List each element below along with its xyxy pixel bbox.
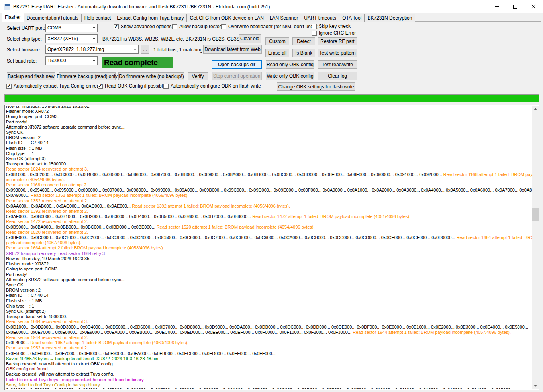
firmware-select[interactable]: OpenXR872_1.18.277.img (45, 45, 139, 54)
log-line: Flasher mode: XR872 (6, 109, 532, 114)
checkbox-box (114, 24, 119, 29)
maximize-button[interactable] (506, 0, 524, 13)
scroll-thumb[interactable] (532, 208, 539, 221)
tab-bar: FlasherDocumentation/TutorialsHelp conta… (2, 13, 415, 22)
log-line: 0x0E6000... 0x0E7000... 0x0E8000... 0x0E… (6, 330, 532, 335)
checkbox-label: Show advanced options (121, 24, 171, 29)
log-line: Read sector 1168 recovered on attempt 2. (6, 182, 532, 188)
browse-firmware-button[interactable]: ... (141, 45, 149, 54)
checkbox-box (312, 24, 317, 29)
log-line: Going to open port: COM3. (6, 267, 532, 272)
log-line: Read sector 1664 recovered on attempt 3. (6, 319, 532, 324)
log-line: 0x0F4000... Read sector 1952 attempt 1 f… (6, 340, 532, 345)
app-icon (4, 4, 10, 10)
tab-flasher[interactable]: Flasher (2, 13, 24, 22)
checkbox-label: Ignore CRC Error (319, 30, 356, 36)
read-only-obk-config-button[interactable]: Read only OBK config (266, 60, 314, 69)
log-line: 0x0AA000... 0x0AB000... 0x0AC000... 0x0A… (6, 204, 532, 209)
log-line: BROM version : 2 (6, 288, 532, 293)
log-line: Transport baud set to 1500000. (6, 314, 532, 319)
checkbox-overwrite-bootloader[interactable]: Overwrite bootloader (for N/M, don't use… (221, 24, 318, 29)
log-line: Read sector 1952 recovered on attempt 2. (6, 345, 532, 351)
uart-port-select[interactable]: COM3 (45, 24, 98, 32)
log-line: 0x093000... 0x094000... 0x095000... 0x09… (6, 188, 532, 193)
checkbox-label: Overwrite bootloader (for N/M, don't use… (228, 24, 318, 29)
log-line: Backup created, will now attempt to extr… (6, 372, 532, 377)
restore-rf-part-button[interactable]: Restore RF part (318, 37, 357, 45)
log-line: Flasher mode: XR872 (6, 261, 532, 267)
chip-type-value: XR872 (XF16) (47, 36, 78, 41)
checkbox-show-advanced-options[interactable]: Show advanced options (114, 24, 171, 29)
write-only-obk-config-button[interactable]: Write only OBK config (266, 72, 314, 80)
checkbox-auto-configure-obk[interactable]: Automatically configure OBK on flash wri… (163, 83, 261, 89)
log-line: OBK config not found. (6, 367, 532, 372)
app-window: BK7231 Easy UART Flasher - Automatically… (0, 0, 543, 392)
tab-help-contact[interactable]: Help contact (81, 14, 114, 22)
verify-button[interactable]: Verify (188, 72, 208, 80)
test-write-pattern-button[interactable]: Test write pattern (318, 49, 357, 57)
log-line: Flash ID : C7 40 14 (6, 140, 532, 145)
close-icon (531, 4, 536, 9)
do-firmware-write-button[interactable]: Do firmware write (no backup!) (118, 72, 184, 80)
chevron-down-icon (90, 24, 97, 32)
log-line: Chip type : 1 (6, 151, 532, 156)
progress-bar (4, 94, 539, 102)
tab-uart-timeouts[interactable]: UART timeouts (301, 14, 339, 22)
baud-rate-label: Set baud rate: (7, 58, 37, 64)
tab-lan-scanner[interactable]: LAN Scanner (267, 14, 301, 22)
chip-type-label: Select chip type: (7, 36, 42, 42)
log-line: 0x0B9000... 0x0BA000... 0x0BB000... 0x0B… (6, 225, 532, 230)
tab-extract-config-from-tuya-binary[interactable]: Extract Config from Tuya binary (114, 14, 187, 22)
tab-get-cfg-from-obk-device-on-lan[interactable]: Get CFG from OBK device on LAN (186, 14, 267, 22)
log-line: Port ready! (6, 120, 532, 125)
log-line: Port ready! (6, 272, 532, 277)
firmware-count-hint: 1 total bins, 1 matching. (153, 47, 204, 53)
tab-ota-tool[interactable]: OTA Tool (339, 14, 365, 22)
checkbox-skip-key-check[interactable]: Skip key check (312, 24, 351, 29)
log-line: Going to open port: COM3. (6, 114, 532, 119)
checkbox-box (221, 24, 226, 29)
tab-documentation-tutorials[interactable]: Documentation/Tutorials (24, 14, 82, 22)
window-title: BK7231 Easy UART Flasher - Automatically… (13, 4, 270, 10)
tab-bk7231n-decryption[interactable]: BK7231N Decryption (364, 14, 415, 22)
checkbox-box (98, 84, 103, 89)
log-line: Flash size : 1 MB (6, 298, 532, 304)
checkbox-read-obk-config[interactable]: Read OBK Config if possible (98, 83, 165, 89)
erase-all-button[interactable]: Erase all (265, 49, 289, 57)
test-read-write-button[interactable]: Test read/write (318, 60, 357, 69)
is-blank-button[interactable]: Is Blank (292, 49, 315, 57)
close-button[interactable] (524, 0, 543, 13)
log-scrollbar[interactable] (532, 106, 539, 389)
checkbox-label: Automatically configure OBK on flash wri… (171, 83, 261, 89)
log-line: Sync OK (attempt 2) (6, 309, 532, 314)
download-latest-button[interactable]: Download latest from Web (203, 45, 262, 54)
log-line: Backup created, now will attempt to extr… (6, 361, 532, 367)
scroll-down-icon[interactable] (532, 382, 539, 389)
checkbox-box (6, 84, 12, 89)
checkbox-ignore-crc-error[interactable]: Ignore CRC Error (312, 30, 356, 36)
log-line: 0x0AF000... 0x0B0000... 0x0B1000... 0x0B… (6, 214, 532, 219)
baud-rate-select[interactable]: 1500000 (45, 56, 98, 65)
custom-button[interactable]: Custom (265, 37, 289, 45)
log-output[interactable]: Now is: Thursday, 19 March 2026 16:23:02… (4, 105, 539, 390)
checkbox-allow-backup-restore[interactable]: Allow backup restore (172, 24, 223, 29)
backup-and-flash-new-button[interactable]: Backup and flash new (7, 72, 55, 80)
minimize-button[interactable] (488, 0, 506, 13)
open-backups-dir-button[interactable]: Open backups dir (212, 60, 262, 69)
clear-log-button[interactable]: Clear log (318, 72, 357, 80)
log-line: XR872 transport recovery: read sector 16… (6, 251, 532, 256)
chip-type-select[interactable]: XR872 (XF16) (45, 34, 98, 43)
scroll-up-icon[interactable] (532, 106, 539, 112)
clear-old-button[interactable]: Clear old (239, 34, 261, 43)
uart-port-label: Select UART port: (7, 25, 45, 31)
log-line: BROM version : 2 (6, 135, 532, 140)
log-line: 0x0D1000... 0x0D2000... 0x0D3000... 0x0D… (6, 325, 532, 330)
chevron-down-icon (90, 35, 97, 43)
checkbox-label: Read OBK Config if possible (105, 83, 165, 89)
change-obk-settings-button[interactable]: Change OBK settings for flash write (277, 82, 355, 91)
detect-button[interactable]: Detect (292, 37, 315, 45)
firmware-backup-only-button[interactable]: Firmware backup (read) only (59, 72, 116, 80)
checkbox-auto-extract-tuya[interactable]: Automatically extract Tuya Config on rea… (6, 83, 102, 89)
log-line: Now is: Thursday, 19 March 2026 16:23:35… (6, 256, 532, 261)
uart-port-value: COM3 (47, 25, 61, 31)
